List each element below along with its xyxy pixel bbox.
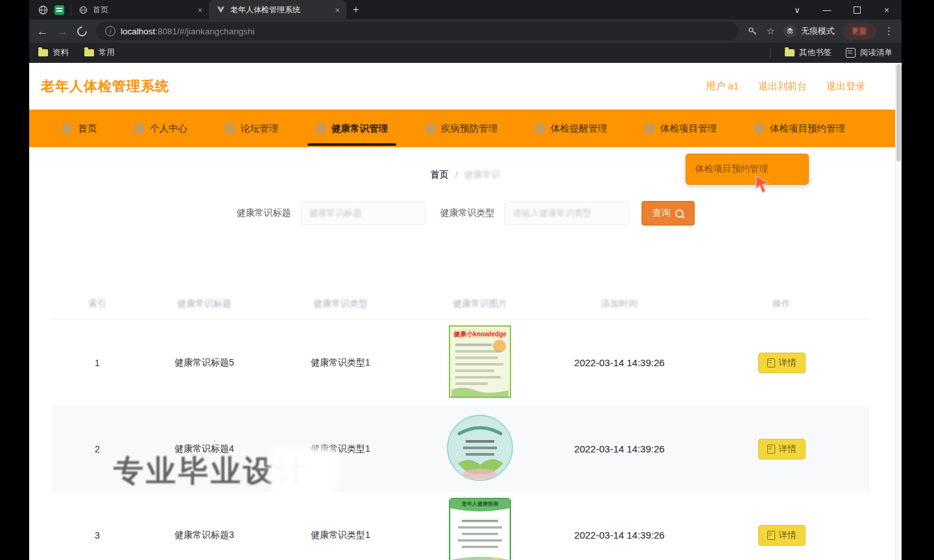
tab-close-icon[interactable]: × [335,5,340,15]
new-tab-button[interactable]: + [353,4,359,16]
incognito-indicator: 无痕模式 [784,25,835,38]
nav-item-health-knowledge-mgmt[interactable]: 健康常识管理 [297,110,407,147]
knowledge-table: 索引 健康常识标题 健康常识类型 健康常识图片 添加时间 操作 1 健康常识标题… [52,288,869,560]
nav-item-exam-project-mgmt[interactable]: 体检项目管理 [626,110,736,147]
detail-button[interactable]: 详情 [758,439,806,460]
tab-close-icon[interactable]: × [197,5,202,15]
nav-item-disease-prevention-mgmt[interactable]: 疾病预防管理 [407,110,516,147]
green-app-icon[interactable] [54,5,64,15]
mouse-cursor [754,174,771,194]
cell-time: 2022-03-14 14:39:26 [545,492,694,560]
site-header: 老年人体检管理系统 用户 a1 退出到前台 退出登录 [29,63,902,110]
col-header-index: 索引 [52,288,143,320]
nav-dropdown-exam-appointment[interactable]: 体检项目预约管理 [686,154,809,185]
health-knowledge-icon [316,124,326,134]
forward-button[interactable]: → [57,26,68,37]
nav-item-personal-center[interactable]: 个人中心 [115,110,206,147]
maximize-button[interactable] [842,0,872,19]
bookmark-folder-ziliao[interactable]: 资料 [38,47,69,58]
logout-link[interactable]: 退出登录 [826,80,865,93]
knowledge-title-input[interactable]: 健康常识标题 [301,202,425,225]
vue-favicon [217,6,225,14]
cell-image: 老年人健康指南 [415,492,545,560]
reading-list-button[interactable]: 阅读清单 [846,47,892,58]
knowledge-image: 老年人健康指南 [449,498,511,560]
svg-text:老年人健康指南: 老年人健康指南 [461,501,499,507]
project-icon [645,124,654,134]
breadcrumb-separator: / [455,170,458,180]
menu-kebab-icon[interactable]: ⋮ [884,25,894,37]
header-user-links: 用户 a1 退出到前台 退出登录 [706,80,865,93]
detail-button[interactable]: 详情 [758,353,806,373]
browser-tab-bar: 首页 × 老年人体检管理系统 × + ∨ — × [29,0,902,19]
knowledge-title-label: 健康常识标题 [237,207,291,219]
globe-icon[interactable] [38,5,48,15]
nav-item-exam-reminder-mgmt[interactable]: 体检提醒管理 [516,110,626,147]
table-header-row: 索引 健康常识标题 健康常识类型 健康常识图片 添加时间 操作 [52,288,869,320]
cell-type: 健康常识类型1 [266,320,415,406]
document-icon [767,531,775,540]
nav-item-forum-mgmt[interactable]: 论坛管理 [206,110,297,147]
appointment-icon [754,124,764,134]
globe-favicon [79,6,88,14]
address-bar-actions: ☆ 无痕模式 更新 ⋮ [747,23,894,39]
bookmarks-bar-right: 其他书签 阅读清单 [770,47,892,58]
bookmark-star-icon[interactable]: ☆ [767,25,775,37]
cell-time: 2022-03-14 14:39:26 [545,406,694,492]
page-scrollbar[interactable] [895,63,902,560]
address-bar: ← → i localhost:8081/#/jiankangchangshi … [29,19,902,43]
tab-home[interactable]: 首页 × [71,0,209,19]
cell-title: 健康常识标题3 [143,492,266,560]
blurred-patch [270,447,338,496]
url-path: :8081/#/jiankangchangshi [155,27,254,36]
incognito-label: 无痕模式 [801,25,835,37]
browser-window: 首页 × 老年人体检管理系统 × + ∨ — × ← → i localhost… [29,0,902,560]
divider [770,48,771,58]
page-info-icon[interactable]: i [105,26,115,36]
knowledge-type-input[interactable]: 请输入健康常识类型 [505,202,629,225]
home-icon [62,124,72,134]
password-key-icon[interactable] [747,26,758,37]
input-placeholder: 请输入健康常识类型 [513,207,592,219]
back-button[interactable]: ← [37,26,48,37]
knowledge-image: 健康小knowledge [449,325,511,398]
cell-type: 健康常识类型1 [266,492,415,560]
minimize-button[interactable]: — [812,0,842,19]
reload-icon[interactable] [75,24,89,38]
url-field[interactable]: i localhost:8081/#/jiankangchangshi [96,22,738,40]
tab-search-chevron-icon[interactable]: ∨ [782,0,812,19]
other-bookmarks-button[interactable]: 其他书签 [785,47,832,58]
col-header-image: 健康常识图片 [415,288,545,320]
forum-icon [225,124,235,134]
detail-button[interactable]: 详情 [758,525,806,546]
knowledge-type-label: 健康常识类型 [440,207,495,219]
search-button[interactable]: 查询 [641,201,695,226]
tab-active-system[interactable]: 老年人体检管理系统 × [209,0,346,19]
search-form: 健康常识标题 健康常识标题 健康常识类型 请输入健康常识类型 查询 [29,201,902,226]
folder-icon [38,49,48,56]
user-icon [134,124,144,134]
col-header-title: 健康常识标题 [143,288,266,320]
cell-title: 健康常识标题5 [143,320,266,406]
pinned-icons [29,4,71,16]
input-placeholder: 健康常识标题 [309,207,362,219]
document-icon [767,358,775,368]
tab-title: 首页 [93,5,192,16]
site-title: 老年人体检管理系统 [41,77,169,95]
update-browser-button[interactable]: 更新 [843,23,876,39]
nav-item-home[interactable]: 首页 [43,110,115,147]
exit-to-front-link[interactable]: 退出到前台 [758,80,807,93]
bookmarks-bar: 资料 常用 其他书签 阅读清单 [29,43,902,63]
bookmark-folder-changyong[interactable]: 常用 [84,47,115,58]
cell-image [415,406,545,492]
close-window-button[interactable]: × [872,0,902,19]
breadcrumb-home[interactable]: 首页 [431,169,449,181]
incognito-icon [784,25,796,38]
reminder-icon [535,124,545,134]
nav-item-exam-appointment-mgmt[interactable]: 体检项目预约管理 [736,110,864,147]
window-controls: ∨ — × [782,0,902,19]
cell-index: 1 [52,320,143,406]
cell-time: 2022-03-14 14:39:26 [545,320,694,406]
cell-index: 3 [52,492,143,560]
scrollbar-thumb[interactable] [896,64,901,161]
